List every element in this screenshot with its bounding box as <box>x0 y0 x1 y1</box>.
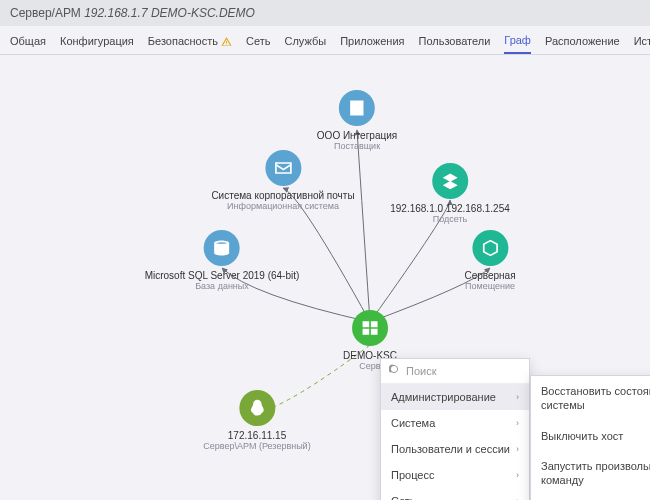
tab-users[interactable]: Пользователи <box>419 34 491 54</box>
context-submenu: Восстановить состояние системы Выключить… <box>530 375 650 500</box>
network-icon <box>432 163 468 199</box>
linux-icon <box>239 390 275 426</box>
ctx-sub-restore[interactable]: Восстановить состояние системы <box>531 376 650 421</box>
ctx-sub-shutdown[interactable]: Выключить хост <box>531 421 650 451</box>
ctx-sub-reboot[interactable]: Перезагрузить хост <box>531 495 650 500</box>
chevron-right-icon: › <box>516 418 519 428</box>
tab-general[interactable]: Общая <box>10 34 46 54</box>
cube-icon <box>472 230 508 266</box>
building-icon <box>339 90 375 126</box>
context-menu: Поиск Администрирование› Система› Пользо… <box>380 358 530 500</box>
tab-security[interactable]: Безопасность <box>148 34 232 54</box>
ctx-item-net[interactable]: Сеть› <box>381 488 529 500</box>
search-icon <box>389 364 401 378</box>
tab-services[interactable]: Службы <box>284 34 326 54</box>
ctx-item-process[interactable]: Процесс› <box>381 462 529 488</box>
breadcrumb: Сервер/АРМ 192.168.1.7 DEMO-KSC.DEMO <box>0 0 650 26</box>
tab-bar: Общая Конфигурация Безопасность Сеть Слу… <box>0 26 650 55</box>
node-sql[interactable]: Microsoft SQL Server 2019 (64-bit) База … <box>145 230 300 291</box>
chevron-right-icon: › <box>516 496 519 500</box>
ctx-item-admin[interactable]: Администрирование› <box>381 384 529 410</box>
node-serverroom[interactable]: Серверная Помещение <box>464 230 515 291</box>
node-integration[interactable]: ООО Интеграция Поставщик <box>317 90 397 151</box>
warning-icon <box>221 36 232 47</box>
chevron-right-icon: › <box>516 444 519 454</box>
mail-icon <box>265 150 301 186</box>
node-backup[interactable]: 172.16.11.15 Сервер\АРМ (Резервный) <box>203 390 310 451</box>
windows-icon <box>352 310 388 346</box>
tab-graph[interactable]: Граф <box>504 34 531 54</box>
ctx-item-users[interactable]: Пользователи и сессии› <box>381 436 529 462</box>
ctx-sub-runcmd[interactable]: Запустить произвольную команду <box>531 451 650 496</box>
tab-config[interactable]: Конфигурация <box>60 34 134 54</box>
tab-network[interactable]: Сеть <box>246 34 270 54</box>
chevron-right-icon: › <box>516 392 519 402</box>
tab-apps[interactable]: Приложения <box>340 34 404 54</box>
node-subnet[interactable]: 192.168.1.0 192.168.1.254 Подсеть <box>390 163 510 224</box>
context-search[interactable]: Поиск <box>381 359 529 384</box>
database-icon <box>204 230 240 266</box>
tab-location[interactable]: Расположение <box>545 34 620 54</box>
tab-history[interactable]: История <box>634 34 650 54</box>
graph-canvas[interactable]: ООО Интеграция Поставщик Система корпора… <box>0 55 650 495</box>
node-mail[interactable]: Система корпоративной почты Информационн… <box>211 150 354 211</box>
ctx-item-system[interactable]: Система› <box>381 410 529 436</box>
chevron-right-icon: › <box>516 470 519 480</box>
